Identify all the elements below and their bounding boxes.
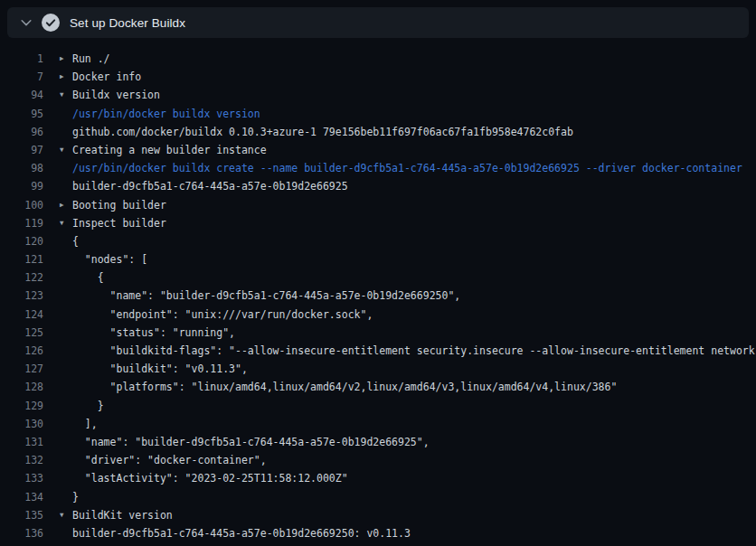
line-number[interactable]: 134 [0,488,43,506]
gutter-spacer [60,378,72,396]
line-number[interactable]: 135 [0,506,43,524]
output-text: "driver": "docker-container", [72,451,267,469]
group-title: Creating a new builder instance [72,141,267,159]
gutter-spacer [60,123,72,141]
log-line: 136builder-d9cfb5a1-c764-445a-a57e-0b19d… [0,524,756,542]
log-group-row[interactable]: 1▶Run ./ [0,50,756,68]
log-line: 132 "driver": "docker-container", [0,451,756,469]
output-text: } [72,397,104,415]
check-circle-icon [42,14,60,32]
line-number[interactable]: 124 [0,306,43,324]
gutter-spacer [60,415,72,433]
log-line: 123 "name": "builder-d9cfb5a1-c764-445a-… [0,287,756,305]
line-number[interactable]: 133 [0,469,43,487]
log-line: 98/usr/bin/docker buildx create --name b… [0,159,756,177]
gutter-spacer [60,324,72,342]
line-number[interactable]: 126 [0,342,43,360]
output-text: "name": "builder-d9cfb5a1-c764-445a-a57e… [72,433,430,451]
line-number[interactable]: 136 [0,524,43,542]
output-text: ], [72,415,98,433]
chevron-down-icon[interactable] [18,14,34,31]
output-text: github.com/docker/buildx 0.10.3+azure-1 … [72,123,573,141]
output-text: "lastActivity": "2023-02-25T11:58:12.000… [72,469,348,487]
log-group-row[interactable]: 94▼Buildx version [0,86,756,104]
command-text: /usr/bin/docker buildx version [72,105,260,123]
group-expand-icon[interactable]: ▶ [60,196,72,214]
output-text: "status": "running", [72,324,235,342]
log-line: 130 ], [0,415,756,433]
line-number[interactable]: 99 [0,177,43,195]
output-text: "name": "builder-d9cfb5a1-c764-445a-a57e… [72,287,460,305]
gutter-spacer [60,433,72,451]
log-line: 127 "buildkit": "v0.11.3", [0,360,756,378]
log-line: 99builder-d9cfb5a1-c764-445a-a57e-0b19d2… [0,177,756,195]
line-number[interactable]: 7 [0,68,43,86]
command-text: /usr/bin/docker buildx create --name bui… [72,159,742,177]
log-group-row[interactable]: 97▼Creating a new builder instance [0,141,756,159]
group-collapse-icon[interactable]: ▼ [60,141,72,159]
line-number[interactable]: 1 [0,50,43,68]
line-number[interactable]: 125 [0,324,43,342]
group-expand-icon[interactable]: ▶ [60,68,72,86]
step-title: Set up Docker Buildx [70,16,185,30]
step-header[interactable]: Set up Docker Buildx [7,7,749,38]
log-line: 133 "lastActivity": "2023-02-25T11:58:12… [0,469,756,487]
group-collapse-icon[interactable]: ▼ [60,506,72,524]
gutter-spacer [60,397,72,415]
log-line: 129 } [0,397,756,415]
output-text: "platforms": "linux/amd64,linux/amd64/v2… [72,378,617,396]
log-line: 95/usr/bin/docker buildx version [0,105,756,123]
output-text: "endpoint": "unix:///var/run/docker.sock… [72,306,373,324]
group-title: BuildKit version [72,506,173,524]
log-line: 124 "endpoint": "unix:///var/run/docker.… [0,306,756,324]
group-title: Booting builder [72,196,166,214]
line-number[interactable]: 130 [0,415,43,433]
output-text: "buildkit": "v0.11.3", [72,360,248,378]
line-number[interactable]: 128 [0,378,43,396]
gutter-spacer [60,306,72,324]
line-number[interactable]: 96 [0,123,43,141]
line-number[interactable]: 127 [0,360,43,378]
output-text: { [72,268,104,287]
gutter-spacer [60,488,72,506]
log-viewer: 1▶Run ./7▶Docker info94▼Buildx version95… [0,38,756,542]
log-group-row[interactable]: 119▼Inspect builder [0,214,756,232]
output-text: { [72,232,79,250]
line-number[interactable]: 100 [0,196,43,214]
log-line: 126 "buildkitd-flags": "--allow-insecure… [0,342,756,360]
line-number[interactable]: 119 [0,214,43,232]
gutter-spacer [60,177,72,195]
line-number[interactable]: 98 [0,159,43,177]
log-lines: 1▶Run ./7▶Docker info94▼Buildx version95… [0,50,756,542]
line-number[interactable]: 121 [0,250,43,268]
gutter-spacer [60,469,72,487]
output-text: "nodes": [ [72,250,147,268]
log-line: 121 "nodes": [ [0,250,756,268]
line-number[interactable]: 97 [0,141,43,159]
gutter-spacer [60,524,72,542]
line-number[interactable]: 123 [0,287,43,305]
gutter-spacer [60,360,72,378]
output-text: "buildkitd-flags": "--allow-insecure-ent… [72,342,756,360]
line-number[interactable]: 94 [0,86,43,104]
log-line: 96github.com/docker/buildx 0.10.3+azure-… [0,123,756,141]
log-line: 125 "status": "running", [0,324,756,342]
line-number[interactable]: 132 [0,451,43,469]
gutter-spacer [60,342,72,360]
line-number[interactable]: 122 [0,268,43,287]
gutter-spacer [60,105,72,123]
gutter-spacer [60,159,72,177]
line-number[interactable]: 129 [0,397,43,415]
log-group-row[interactable]: 100▶Booting builder [0,196,756,214]
line-number[interactable]: 131 [0,433,43,451]
line-number[interactable]: 120 [0,232,43,250]
group-title: Buildx version [72,86,160,104]
gutter-spacer [60,250,72,268]
group-expand-icon[interactable]: ▶ [60,50,72,68]
line-number[interactable]: 95 [0,105,43,123]
log-group-row[interactable]: 7▶Docker info [0,68,756,86]
log-group-row[interactable]: 135▼BuildKit version [0,506,756,524]
output-text: builder-d9cfb5a1-c764-445a-a57e-0b19d2e6… [72,177,348,195]
group-collapse-icon[interactable]: ▼ [60,86,72,104]
group-collapse-icon[interactable]: ▼ [60,214,72,232]
